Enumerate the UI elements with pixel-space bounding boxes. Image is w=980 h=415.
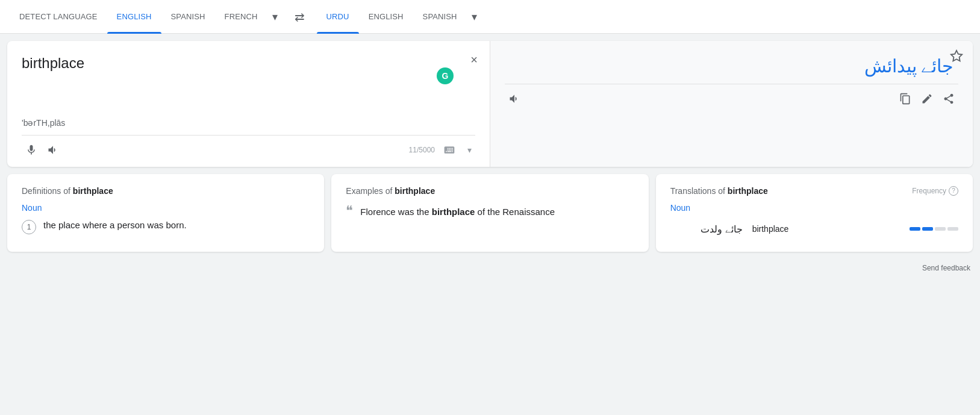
tab-urdu-target[interactable]: URDU [317, 0, 359, 34]
more-options-button[interactable]: ▾ [464, 142, 475, 158]
close-icon: × [470, 53, 478, 66]
target-lang-group: URDU ENGLISH SPANISH ▾ [317, 0, 482, 34]
example-text: Florence was the birthplace of the Renai… [360, 205, 555, 219]
target-panel: جائے پیدائش [490, 41, 973, 167]
definition-item: 1 the place where a person was born. [22, 219, 310, 234]
source-input[interactable]: birthplace [22, 53, 475, 114]
star-icon [950, 49, 963, 63]
source-audio-controls [22, 140, 63, 160]
frequency-bar [910, 227, 958, 231]
keyboard-button[interactable] [440, 140, 459, 160]
translation-row: جائے ولدت birthplace [670, 219, 958, 240]
translations-card: Translations of birthplace Frequency ? N… [656, 174, 973, 252]
volume-icon-target [508, 93, 520, 105]
phonetic-text: 'bərTH,plās [22, 118, 475, 128]
grammarly-icon: G [442, 71, 449, 81]
examples-card: Examples of birthplace ❝ Florence was th… [331, 174, 648, 252]
send-feedback[interactable]: Send feedback [0, 259, 980, 277]
frequency-text: Frequency [912, 187, 946, 195]
share-icon [943, 93, 955, 105]
copy-icon [899, 93, 911, 105]
top-bar: DETECT LANGUAGE ENGLISH SPANISH FRENCH ▾… [0, 0, 980, 34]
definitions-noun-label: Noun [22, 203, 310, 213]
star-button[interactable] [950, 49, 963, 66]
copy-button[interactable] [896, 89, 915, 108]
definition-number: 1 [22, 220, 36, 234]
source-mic-button[interactable] [22, 140, 41, 160]
swap-languages-button[interactable]: ⇄ [282, 0, 317, 34]
definitions-title-word: birthplace [73, 186, 113, 196]
share-button[interactable] [939, 89, 958, 108]
translations-title-word: birthplace [728, 186, 768, 196]
tab-english-target[interactable]: ENGLISH [359, 0, 413, 34]
definition-text: the place where a person was born. [43, 219, 187, 232]
definitions-title: Definitions of birthplace [22, 186, 310, 196]
keyboard-icon [443, 144, 455, 156]
target-volume-button[interactable] [505, 89, 524, 108]
tab-spanish-source[interactable]: SPANISH [161, 0, 215, 34]
translation-output: جائے پیدائش [505, 53, 958, 76]
examples-title: Examples of birthplace [346, 186, 634, 196]
freq-seg-3 [935, 227, 946, 231]
source-volume-button[interactable] [43, 140, 63, 160]
grammarly-button[interactable]: G [437, 67, 454, 84]
tab-spanish-target[interactable]: SPANISH [413, 0, 467, 34]
source-lang-dropdown[interactable]: ▾ [267, 0, 282, 34]
english-equivalent: birthplace [752, 224, 900, 234]
translations-title-prefix: Translations of [670, 186, 728, 196]
source-panel-toolbar: 11/5000 ▾ [22, 135, 475, 160]
target-action-icons [896, 89, 958, 108]
definitions-card: Definitions of birthplace Noun 1 the pla… [7, 174, 324, 252]
examples-title-prefix: Examples of [346, 186, 395, 196]
edit-button[interactable] [917, 89, 937, 108]
freq-seg-2 [922, 227, 933, 231]
volume-icon [47, 144, 59, 156]
source-panel: birthplace G × 'bərTH,plās 11/5000 [7, 41, 490, 167]
translations-header: Translations of birthplace Frequency ? [670, 186, 958, 196]
clear-input-button[interactable]: × [468, 51, 480, 69]
target-panel-toolbar [505, 84, 958, 108]
translations-noun-label: Noun [670, 203, 958, 213]
example-item: ❝ Florence was the birthplace of the Ren… [346, 205, 634, 219]
tab-english-source[interactable]: ENGLISH [107, 0, 161, 34]
example-text-bold: birthplace [432, 207, 475, 217]
cards-row: Definitions of birthplace Noun 1 the pla… [7, 174, 973, 252]
urdu-word: جائے ولدت [670, 223, 743, 235]
target-lang-dropdown[interactable]: ▾ [467, 0, 482, 34]
source-lang-group: DETECT LANGUAGE ENGLISH SPANISH FRENCH ▾ [10, 0, 282, 34]
freq-seg-1 [910, 227, 920, 231]
example-text-after: of the Renaissance [475, 207, 555, 217]
translations-title: Translations of birthplace [670, 186, 768, 196]
frequency-info-icon[interactable]: ? [949, 186, 958, 196]
tab-detect-language[interactable]: DETECT LANGUAGE [10, 0, 107, 34]
definitions-title-prefix: Definitions of [22, 186, 73, 196]
mic-icon [25, 144, 37, 156]
char-count-area: 11/5000 ▾ [409, 140, 475, 160]
tab-french-source[interactable]: FRENCH [215, 0, 267, 34]
svg-marker-0 [951, 51, 962, 61]
freq-seg-4 [947, 227, 958, 231]
edit-icon [921, 93, 933, 105]
char-count-text: 11/5000 [409, 146, 435, 154]
examples-title-word: birthplace [395, 186, 435, 196]
translation-panels: birthplace G × 'bərTH,plās 11/5000 [7, 41, 973, 167]
example-text-before: Florence was the [360, 207, 431, 217]
frequency-label: Frequency ? [912, 186, 958, 196]
quote-icon: ❝ [346, 204, 353, 217]
